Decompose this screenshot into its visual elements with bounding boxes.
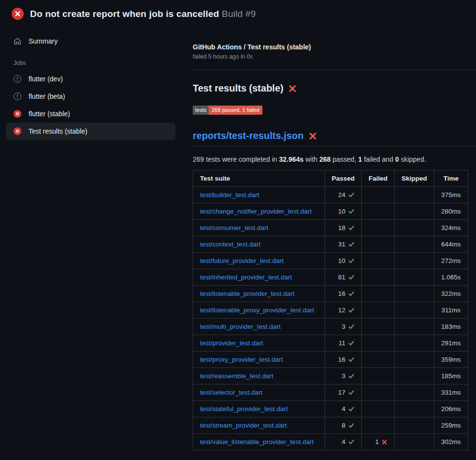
test-suite-cell: test/change_notifier_provider_test.dart (193, 203, 325, 220)
sidebar-item-flutter-beta[interactable]: ! flutter (beta) (6, 88, 175, 105)
test-suite-cell: test/context_test.dart (193, 236, 325, 253)
check-icon (348, 274, 354, 280)
passed-count: 16 (338, 356, 345, 363)
skipped-cell (395, 203, 434, 220)
failed-cell (362, 401, 395, 417)
time-cell: 302ms (434, 434, 468, 450)
test-suite-link[interactable]: test/context_test.dart (200, 241, 261, 248)
report-file-link[interactable]: reports/test-results.json (193, 130, 304, 141)
check-icon (348, 307, 354, 313)
check-icon (348, 323, 354, 330)
test-suite-link[interactable]: test/change_notifier_provider_test.dart (200, 208, 311, 215)
test-suite-cell: test/consumer_test.dart (193, 220, 325, 236)
skipped-cell (395, 401, 434, 417)
test-suite-link[interactable]: test/reassemble_test.dart (200, 372, 274, 380)
cancelled-status-icon: ! (14, 92, 21, 100)
column-header-passed: Passed (325, 170, 362, 187)
failed-count: 1 (375, 438, 379, 445)
passed-cell: 4 (325, 434, 362, 450)
test-suite-link[interactable]: test/consumer_test.dart (200, 224, 268, 231)
time-cell: 272ms (434, 253, 468, 269)
check-icon (348, 241, 354, 247)
summary-text: passed, (331, 155, 358, 163)
sidebar-item-flutter-stable[interactable]: flutter (stable) (6, 105, 175, 123)
passed-count: 18 (338, 224, 345, 231)
table-row: test/selector_test.dart 17 (193, 384, 468, 401)
passed-count: 81 (338, 274, 345, 281)
skipped-cell (395, 384, 434, 401)
sidebar-summary-label: Summary (29, 37, 58, 45)
time-value: 322ms (441, 290, 461, 297)
skipped-cell (395, 352, 434, 368)
summary-text: failed and (362, 155, 396, 163)
passed-cell: 3 (325, 319, 362, 335)
passed-cell: 10 (325, 203, 362, 220)
table-row: test/inherited_provider_test.dart 81 (193, 269, 468, 286)
sidebar: Summary Jobs ! flutter (dev) ! flutter (… (0, 26, 181, 140)
test-suite-cell: test/future_provider_test.dart (193, 253, 325, 269)
failed-cell (362, 352, 395, 368)
time-cell: 183ms (434, 319, 468, 335)
check-icon (348, 422, 354, 429)
failed-cell (362, 319, 395, 335)
time-value: 291ms (441, 339, 461, 347)
passed-count: 17 (338, 389, 345, 396)
passed-count: 3 (342, 323, 346, 330)
test-suite-link[interactable]: test/stream_provider_test.dart (200, 422, 287, 429)
passed-cell: 17 (325, 384, 362, 401)
passed-cell: 24 (325, 187, 362, 203)
time-value: 206ms (441, 405, 461, 413)
time-value: 259ms (441, 422, 461, 429)
table-row: test/provider_test.dart 11 (193, 335, 468, 352)
check-run-title-text: Test results (stable) (193, 83, 283, 94)
time-cell: 291ms (434, 335, 468, 352)
failed-x-icon (309, 132, 317, 140)
skipped-cell (395, 286, 434, 302)
test-suite-link[interactable]: test/proxy_provider_test.dart (200, 356, 283, 363)
badge-label: tests (193, 106, 209, 115)
test-suite-link[interactable]: test/stateful_provider_test.dart (200, 405, 288, 413)
check-icon (348, 225, 354, 231)
passed-cell: 8 (325, 417, 362, 434)
test-suite-link[interactable]: test/selector_test.dart (200, 389, 262, 396)
check-icon (348, 389, 354, 396)
test-suite-cell: test/listenable_proxy_provider_test.dart (193, 302, 325, 319)
check-run-title: Test results (stable) (193, 83, 476, 94)
sidebar-item-test-results-stable[interactable]: Test results (stable) (6, 123, 175, 140)
sidebar-job-label: flutter (beta) (29, 92, 65, 100)
sidebar-item-flutter-dev[interactable]: ! flutter (dev) (6, 70, 175, 88)
test-suite-link[interactable]: test/multi_provider_test.dart (200, 323, 281, 330)
passed-cell: 3 (325, 368, 362, 384)
table-row: test/consumer_test.dart 18 (193, 220, 468, 236)
failed-cell (362, 335, 395, 352)
column-header-time: Time (434, 170, 468, 187)
test-suite-link[interactable]: test/inherited_provider_test.dart (200, 274, 292, 281)
table-row: test/multi_provider_test.dart 3 (193, 319, 468, 335)
test-suite-link[interactable]: test/listenable_proxy_provider_test.dart (200, 307, 314, 314)
cancelled-status-icon: ! (14, 75, 21, 83)
failed-status-icon (14, 127, 21, 135)
test-suite-cell: test/stream_provider_test.dart (193, 417, 325, 434)
skipped-cell (395, 302, 434, 319)
passed-cell: 12 (325, 302, 362, 319)
sidebar-item-summary[interactable]: Summary (6, 32, 175, 50)
test-suite-cell: test/multi_provider_test.dart (193, 319, 325, 335)
passed-cell: 18 (325, 220, 362, 236)
table-row: test/listenable_provider_test.dart 16 (193, 286, 468, 302)
failed-status-icon (12, 8, 24, 20)
test-suite-cell: test/proxy_provider_test.dart (193, 352, 325, 368)
test-suite-link[interactable]: test/provider_test.dart (200, 339, 263, 347)
time-value: 324ms (441, 224, 461, 231)
check-icon (348, 192, 354, 198)
test-suite-link[interactable]: test/value_listenable_provider_test.dart (200, 438, 314, 445)
skipped-cell (395, 269, 434, 286)
failed-cell (362, 269, 395, 286)
summary-text: skipped. (399, 155, 426, 163)
test-suite-link[interactable]: test/future_provider_test.dart (200, 257, 284, 264)
test-suite-link[interactable]: test/listenable_provider_test.dart (200, 290, 294, 297)
test-suite-link[interactable]: test/builder_test.dart (200, 191, 259, 199)
failed-status-icon (14, 110, 21, 118)
table-row: test/change_notifier_provider_test.dart … (193, 203, 468, 220)
tests-badge: tests 268 passed, 1 failed (193, 106, 262, 115)
time-value: 375ms (441, 191, 461, 199)
